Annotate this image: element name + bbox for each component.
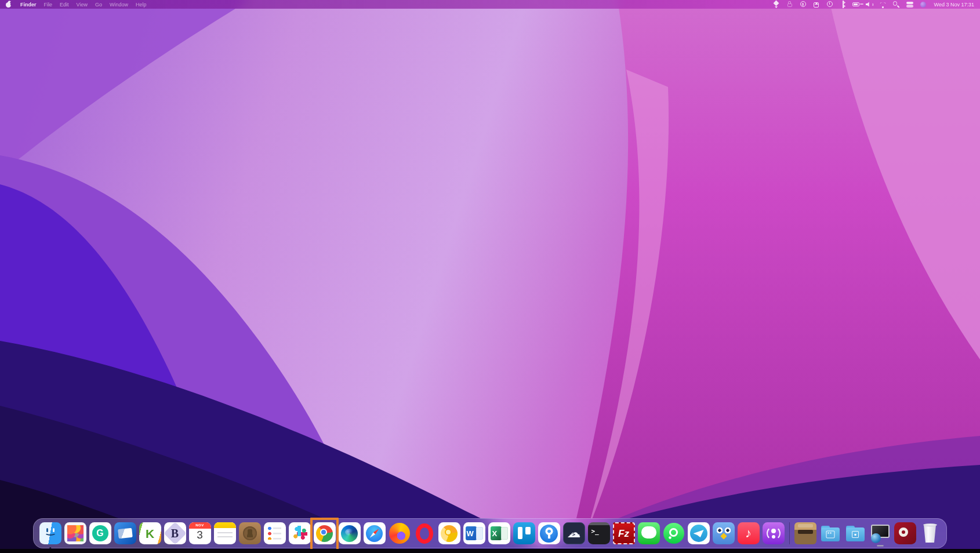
book-b-app-glyph: B: [171, 527, 179, 539]
menu-edit[interactable]: Edit: [60, 2, 69, 8]
dock-separator: [786, 519, 793, 547]
network-display-icon: [869, 522, 891, 544]
chrome-canary-icon: [438, 522, 460, 544]
dock-item-tweetbot[interactable]: [711, 519, 736, 547]
microsoft-excel-glyph: X: [492, 530, 498, 537]
lock-status-icon[interactable]: [786, 1, 794, 8]
dock-item-finder[interactable]: [38, 519, 63, 547]
dock-item-telegram[interactable]: [686, 519, 711, 547]
menu-finder[interactable]: Finder: [20, 2, 37, 8]
dock-item-slack[interactable]: [287, 519, 312, 547]
one-password-icon: [538, 522, 560, 544]
filezilla-glyph: Fz: [618, 529, 629, 539]
safari-icon: [364, 522, 386, 544]
menu-file[interactable]: File: [44, 2, 53, 8]
whatsapp-icon: [663, 522, 685, 544]
music-icon: ♪: [738, 522, 760, 544]
dock-item-music[interactable]: ♪: [736, 519, 761, 547]
dock-item-contacts[interactable]: [237, 519, 262, 547]
calendar-icon: NOV3: [189, 522, 211, 544]
dock-item-mail-app[interactable]: [112, 519, 137, 547]
dock-item-microsoft-word[interactable]: W: [462, 519, 487, 547]
kiwi-gmail-icon: K: [139, 522, 161, 544]
clock-status-icon[interactable]: [826, 1, 834, 8]
folder-applications-badge: [826, 530, 834, 538]
apple-menu-icon[interactable]: [6, 1, 12, 8]
dock-item-one-password[interactable]: [536, 519, 561, 547]
slack-icon: [289, 522, 311, 544]
dock-item-trello[interactable]: [511, 519, 536, 547]
menu-view[interactable]: View: [77, 2, 88, 8]
control-center-icon[interactable]: [906, 1, 914, 8]
dock-item-launchpad[interactable]: [63, 519, 88, 547]
firefox-icon: [389, 522, 411, 544]
contacts-icon: [239, 522, 261, 544]
music-glyph: ♪: [745, 527, 752, 540]
launchpad-icon: [64, 522, 86, 544]
calendar-glyph2: 3: [189, 529, 211, 540]
telegram-icon: [688, 522, 710, 544]
kiwi-gmail-glyph: K: [146, 527, 154, 540]
menu-go[interactable]: Go: [95, 2, 102, 8]
bottom-edge: [0, 549, 980, 553]
wifi-icon[interactable]: [879, 1, 887, 8]
menu-window[interactable]: Window: [110, 2, 128, 8]
dropbox-icon[interactable]: [772, 1, 781, 8]
dock-item-messages[interactable]: [636, 519, 661, 547]
folder-applications-icon: [819, 522, 841, 544]
microsoft-excel-icon: X: [488, 522, 510, 544]
search-icon[interactable]: [892, 1, 901, 8]
dock-item-reminders[interactable]: [262, 519, 287, 547]
menu-bar-status-area: Wed 3 Nov 17:31: [772, 1, 974, 8]
status-icons: [772, 1, 927, 8]
notes-icon: [214, 522, 236, 544]
dock-item-notes[interactable]: [212, 519, 237, 547]
user-dot-icon[interactable]: [919, 1, 927, 8]
dock-item-grammarly[interactable]: G: [88, 519, 112, 547]
wallpaper: [0, 0, 980, 553]
grammarly-glyph: G: [96, 529, 103, 538]
terminal-icon: >_: [588, 522, 610, 544]
box-arrow-icon[interactable]: [812, 1, 821, 8]
cloud-shell-icon: ☁>: [563, 522, 585, 544]
bluetooth-icon[interactable]: [839, 1, 847, 8]
menu-bar-clock[interactable]: Wed 3 Nov 17:31: [934, 2, 974, 8]
dock-item-archive-box[interactable]: [793, 519, 818, 547]
dock-item-kiwi-gmail[interactable]: K: [137, 519, 162, 547]
dock-item-chrome-canary[interactable]: [437, 519, 462, 547]
menu-bar-left: FinderFileEditViewGoWindowHelp: [6, 1, 146, 8]
red-o-app-icon: [894, 522, 916, 544]
dock-item-opera[interactable]: [412, 519, 437, 547]
folder-documents-badge: [852, 531, 859, 538]
dock-item-google-chrome[interactable]: [312, 519, 337, 547]
dock-item-red-o-app[interactable]: [892, 519, 917, 547]
menu-help[interactable]: Help: [136, 2, 147, 8]
dock-item-terminal[interactable]: >_: [586, 519, 611, 547]
cloud-shell-glyph2: >: [564, 532, 585, 537]
dock-item-calendar[interactable]: NOV3: [187, 519, 212, 547]
menu-bar: FinderFileEditViewGoWindowHelp Wed 3 Nov…: [0, 0, 980, 9]
circle-zero-icon[interactable]: [799, 1, 807, 8]
tweetbot-icon: [713, 522, 735, 544]
dock-item-whatsapp[interactable]: [661, 519, 686, 547]
dock-item-folder-applications[interactable]: [818, 519, 843, 547]
dock-item-firefox[interactable]: [387, 519, 412, 547]
volume-icon[interactable]: [866, 1, 874, 8]
dock-item-microsoft-excel[interactable]: X: [487, 519, 511, 547]
dock-item-trash[interactable]: [917, 519, 942, 547]
mail-app-icon: [114, 522, 136, 544]
dock-item-filezilla[interactable]: Fz: [611, 519, 636, 547]
archive-box-icon: [794, 522, 816, 544]
dock-item-podcasts[interactable]: [761, 519, 786, 547]
dock: GKBNOV3WX☁>>_Fz♪: [33, 518, 947, 548]
microsoft-edge-icon: [339, 522, 361, 544]
dock-item-safari[interactable]: [362, 519, 387, 547]
dock-item-cloud-shell[interactable]: ☁>: [561, 519, 586, 547]
calendar-glyph: NOV: [189, 523, 211, 527]
dock-item-microsoft-edge[interactable]: [337, 519, 362, 547]
dock-item-book-b-app[interactable]: B: [162, 519, 187, 547]
messages-icon: [638, 522, 660, 544]
dock-item-network-display[interactable]: [868, 519, 892, 547]
dock-item-folder-documents[interactable]: [843, 519, 868, 547]
battery-icon[interactable]: [852, 1, 861, 8]
